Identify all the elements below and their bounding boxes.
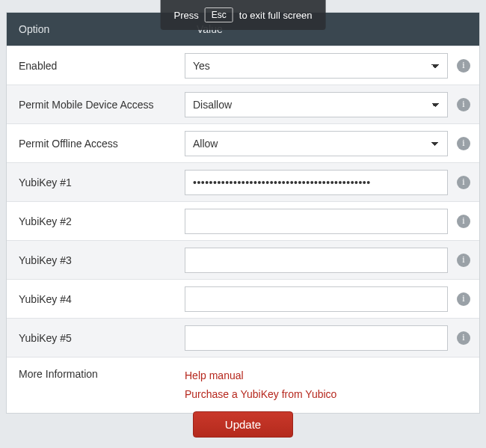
info-icon[interactable]	[457, 98, 470, 111]
offline-label: Permit Offline Access	[7, 138, 185, 150]
fs-hint-press: Press	[174, 10, 199, 21]
yubikey-5-label: YubiKey #5	[7, 332, 185, 344]
fullscreen-exit-hint: Press Esc to exit full screen	[161, 0, 326, 30]
row-yubikey-1: YubiKey #1	[7, 162, 479, 201]
info-icon[interactable]	[457, 215, 470, 228]
info-icon[interactable]	[457, 137, 470, 150]
row-yubikey-4: YubiKey #4	[7, 279, 479, 318]
info-icon[interactable]	[457, 59, 470, 73]
row-offline-access: Permit Offline Access Allow	[7, 123, 479, 162]
info-icon[interactable]	[457, 254, 470, 267]
info-icon[interactable]	[457, 176, 470, 189]
help-manual-link[interactable]: Help manual	[185, 368, 461, 384]
yubikey-4-label: YubiKey #4	[7, 293, 185, 305]
more-info-label: More Information	[7, 368, 185, 380]
yubikey-4-input[interactable]	[185, 286, 448, 312]
yubikey-3-input[interactable]	[185, 248, 448, 273]
info-icon[interactable]	[457, 331, 470, 345]
mobile-access-select[interactable]: Disallow	[185, 92, 448, 117]
update-button[interactable]: Update	[193, 411, 293, 438]
yubikey-2-input[interactable]	[185, 209, 448, 234]
enabled-label: Enabled	[7, 60, 185, 72]
offline-access-select[interactable]: Allow	[185, 131, 448, 156]
row-yubikey-2: YubiKey #2	[7, 201, 479, 240]
footer: Update	[0, 399, 486, 448]
yubikey-2-label: YubiKey #2	[7, 215, 185, 227]
row-mobile-access: Permit Mobile Device Access Disallow	[7, 85, 479, 123]
row-yubikey-5: YubiKey #5	[7, 318, 479, 357]
yubikey-1-label: YubiKey #1	[7, 177, 185, 188]
mobile-label: Permit Mobile Device Access	[7, 99, 185, 111]
esc-key-icon: Esc	[205, 7, 233, 22]
yubikey-3-label: YubiKey #3	[7, 254, 185, 266]
enabled-select[interactable]: Yes	[185, 53, 448, 79]
yubikey-5-input[interactable]	[185, 325, 448, 351]
row-enabled: Enabled Yes	[7, 46, 479, 85]
row-yubikey-3: YubiKey #3	[7, 240, 479, 279]
info-icon[interactable]	[457, 292, 470, 306]
header-option: Option	[7, 13, 185, 46]
yubikey-1-input[interactable]	[185, 170, 448, 195]
settings-table: Option Value Enabled Yes Permit Mobile D…	[6, 12, 480, 414]
fs-hint-rest: to exit full screen	[239, 10, 313, 21]
